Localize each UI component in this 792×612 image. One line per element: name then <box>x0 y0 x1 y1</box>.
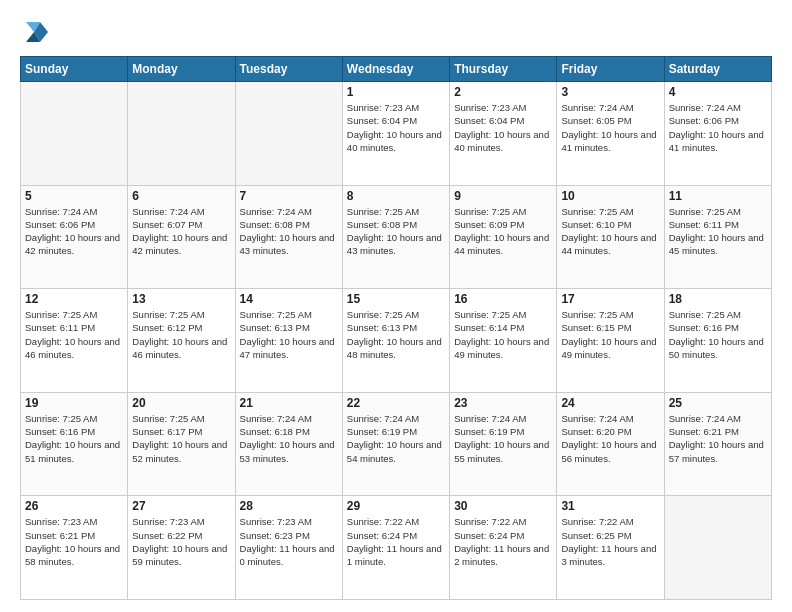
day-info: Sunrise: 7:25 AM Sunset: 6:13 PM Dayligh… <box>347 308 445 361</box>
day-info: Sunrise: 7:25 AM Sunset: 6:17 PM Dayligh… <box>132 412 230 465</box>
day-number: 21 <box>240 396 338 410</box>
day-info: Sunrise: 7:25 AM Sunset: 6:12 PM Dayligh… <box>132 308 230 361</box>
day-number: 16 <box>454 292 552 306</box>
day-number: 25 <box>669 396 767 410</box>
day-info: Sunrise: 7:25 AM Sunset: 6:14 PM Dayligh… <box>454 308 552 361</box>
day-info: Sunrise: 7:24 AM Sunset: 6:05 PM Dayligh… <box>561 101 659 154</box>
calendar-week-row: 12Sunrise: 7:25 AM Sunset: 6:11 PM Dayli… <box>21 289 772 393</box>
calendar-cell <box>21 82 128 186</box>
day-info: Sunrise: 7:23 AM Sunset: 6:04 PM Dayligh… <box>454 101 552 154</box>
header-saturday: Saturday <box>664 57 771 82</box>
calendar-cell: 24Sunrise: 7:24 AM Sunset: 6:20 PM Dayli… <box>557 392 664 496</box>
page: Sunday Monday Tuesday Wednesday Thursday… <box>0 0 792 612</box>
calendar-cell: 26Sunrise: 7:23 AM Sunset: 6:21 PM Dayli… <box>21 496 128 600</box>
day-info: Sunrise: 7:25 AM Sunset: 6:11 PM Dayligh… <box>25 308 123 361</box>
calendar-cell: 14Sunrise: 7:25 AM Sunset: 6:13 PM Dayli… <box>235 289 342 393</box>
calendar-cell <box>235 82 342 186</box>
calendar-cell: 7Sunrise: 7:24 AM Sunset: 6:08 PM Daylig… <box>235 185 342 289</box>
calendar-cell: 31Sunrise: 7:22 AM Sunset: 6:25 PM Dayli… <box>557 496 664 600</box>
day-number: 10 <box>561 189 659 203</box>
day-number: 1 <box>347 85 445 99</box>
calendar-cell <box>664 496 771 600</box>
day-info: Sunrise: 7:24 AM Sunset: 6:08 PM Dayligh… <box>240 205 338 258</box>
day-number: 11 <box>669 189 767 203</box>
day-info: Sunrise: 7:22 AM Sunset: 6:24 PM Dayligh… <box>454 515 552 568</box>
day-info: Sunrise: 7:25 AM Sunset: 6:16 PM Dayligh… <box>669 308 767 361</box>
day-info: Sunrise: 7:23 AM Sunset: 6:21 PM Dayligh… <box>25 515 123 568</box>
logo <box>20 18 52 46</box>
day-info: Sunrise: 7:24 AM Sunset: 6:07 PM Dayligh… <box>132 205 230 258</box>
day-info: Sunrise: 7:23 AM Sunset: 6:04 PM Dayligh… <box>347 101 445 154</box>
day-info: Sunrise: 7:22 AM Sunset: 6:25 PM Dayligh… <box>561 515 659 568</box>
calendar-cell: 2Sunrise: 7:23 AM Sunset: 6:04 PM Daylig… <box>450 82 557 186</box>
day-info: Sunrise: 7:24 AM Sunset: 6:21 PM Dayligh… <box>669 412 767 465</box>
day-info: Sunrise: 7:24 AM Sunset: 6:06 PM Dayligh… <box>25 205 123 258</box>
day-number: 19 <box>25 396 123 410</box>
day-number: 23 <box>454 396 552 410</box>
day-info: Sunrise: 7:25 AM Sunset: 6:11 PM Dayligh… <box>669 205 767 258</box>
calendar-cell: 8Sunrise: 7:25 AM Sunset: 6:08 PM Daylig… <box>342 185 449 289</box>
day-number: 5 <box>25 189 123 203</box>
day-number: 9 <box>454 189 552 203</box>
calendar-cell: 16Sunrise: 7:25 AM Sunset: 6:14 PM Dayli… <box>450 289 557 393</box>
calendar-cell: 1Sunrise: 7:23 AM Sunset: 6:04 PM Daylig… <box>342 82 449 186</box>
day-number: 14 <box>240 292 338 306</box>
calendar-cell: 5Sunrise: 7:24 AM Sunset: 6:06 PM Daylig… <box>21 185 128 289</box>
calendar-cell: 28Sunrise: 7:23 AM Sunset: 6:23 PM Dayli… <box>235 496 342 600</box>
day-info: Sunrise: 7:25 AM Sunset: 6:13 PM Dayligh… <box>240 308 338 361</box>
day-info: Sunrise: 7:25 AM Sunset: 6:10 PM Dayligh… <box>561 205 659 258</box>
calendar-cell: 29Sunrise: 7:22 AM Sunset: 6:24 PM Dayli… <box>342 496 449 600</box>
calendar-week-row: 26Sunrise: 7:23 AM Sunset: 6:21 PM Dayli… <box>21 496 772 600</box>
header-monday: Monday <box>128 57 235 82</box>
calendar-cell <box>128 82 235 186</box>
day-number: 20 <box>132 396 230 410</box>
calendar-cell: 9Sunrise: 7:25 AM Sunset: 6:09 PM Daylig… <box>450 185 557 289</box>
calendar-cell: 27Sunrise: 7:23 AM Sunset: 6:22 PM Dayli… <box>128 496 235 600</box>
day-number: 15 <box>347 292 445 306</box>
weekday-header-row: Sunday Monday Tuesday Wednesday Thursday… <box>21 57 772 82</box>
day-info: Sunrise: 7:25 AM Sunset: 6:08 PM Dayligh… <box>347 205 445 258</box>
calendar-week-row: 1Sunrise: 7:23 AM Sunset: 6:04 PM Daylig… <box>21 82 772 186</box>
day-number: 27 <box>132 499 230 513</box>
header-tuesday: Tuesday <box>235 57 342 82</box>
calendar-week-row: 5Sunrise: 7:24 AM Sunset: 6:06 PM Daylig… <box>21 185 772 289</box>
day-number: 6 <box>132 189 230 203</box>
day-number: 26 <box>25 499 123 513</box>
header-sunday: Sunday <box>21 57 128 82</box>
day-number: 31 <box>561 499 659 513</box>
header-friday: Friday <box>557 57 664 82</box>
calendar-cell: 11Sunrise: 7:25 AM Sunset: 6:11 PM Dayli… <box>664 185 771 289</box>
calendar-table: Sunday Monday Tuesday Wednesday Thursday… <box>20 56 772 600</box>
day-info: Sunrise: 7:24 AM Sunset: 6:19 PM Dayligh… <box>454 412 552 465</box>
day-number: 17 <box>561 292 659 306</box>
day-info: Sunrise: 7:22 AM Sunset: 6:24 PM Dayligh… <box>347 515 445 568</box>
calendar-cell: 6Sunrise: 7:24 AM Sunset: 6:07 PM Daylig… <box>128 185 235 289</box>
calendar-cell: 13Sunrise: 7:25 AM Sunset: 6:12 PM Dayli… <box>128 289 235 393</box>
day-number: 18 <box>669 292 767 306</box>
calendar-cell: 12Sunrise: 7:25 AM Sunset: 6:11 PM Dayli… <box>21 289 128 393</box>
header-wednesday: Wednesday <box>342 57 449 82</box>
day-number: 30 <box>454 499 552 513</box>
day-info: Sunrise: 7:23 AM Sunset: 6:23 PM Dayligh… <box>240 515 338 568</box>
calendar-cell: 10Sunrise: 7:25 AM Sunset: 6:10 PM Dayli… <box>557 185 664 289</box>
day-number: 3 <box>561 85 659 99</box>
day-number: 12 <box>25 292 123 306</box>
day-number: 13 <box>132 292 230 306</box>
calendar-cell: 30Sunrise: 7:22 AM Sunset: 6:24 PM Dayli… <box>450 496 557 600</box>
day-info: Sunrise: 7:25 AM Sunset: 6:09 PM Dayligh… <box>454 205 552 258</box>
day-info: Sunrise: 7:24 AM Sunset: 6:20 PM Dayligh… <box>561 412 659 465</box>
day-number: 7 <box>240 189 338 203</box>
calendar-cell: 20Sunrise: 7:25 AM Sunset: 6:17 PM Dayli… <box>128 392 235 496</box>
calendar-cell: 22Sunrise: 7:24 AM Sunset: 6:19 PM Dayli… <box>342 392 449 496</box>
calendar-cell: 15Sunrise: 7:25 AM Sunset: 6:13 PM Dayli… <box>342 289 449 393</box>
calendar-cell: 3Sunrise: 7:24 AM Sunset: 6:05 PM Daylig… <box>557 82 664 186</box>
day-number: 28 <box>240 499 338 513</box>
calendar-cell: 19Sunrise: 7:25 AM Sunset: 6:16 PM Dayli… <box>21 392 128 496</box>
calendar-cell: 4Sunrise: 7:24 AM Sunset: 6:06 PM Daylig… <box>664 82 771 186</box>
day-info: Sunrise: 7:24 AM Sunset: 6:18 PM Dayligh… <box>240 412 338 465</box>
day-number: 22 <box>347 396 445 410</box>
calendar-week-row: 19Sunrise: 7:25 AM Sunset: 6:16 PM Dayli… <box>21 392 772 496</box>
day-number: 4 <box>669 85 767 99</box>
calendar-cell: 25Sunrise: 7:24 AM Sunset: 6:21 PM Dayli… <box>664 392 771 496</box>
logo-icon <box>20 18 48 46</box>
